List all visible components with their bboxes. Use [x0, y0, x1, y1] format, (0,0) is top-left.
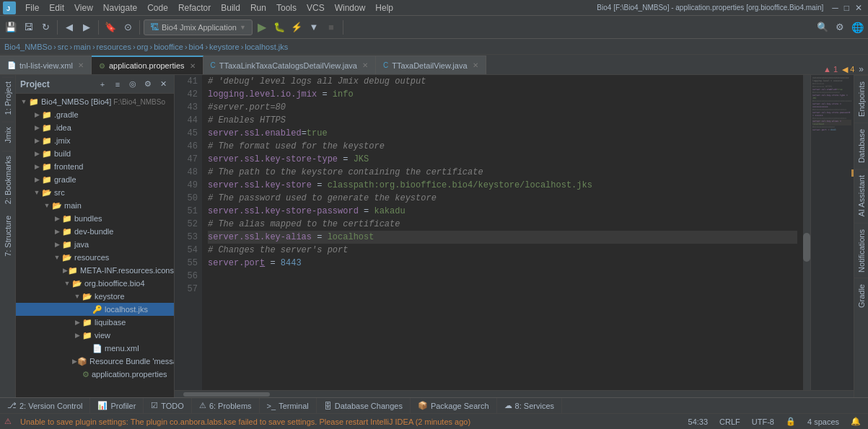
tree-item-org-bio4[interactable]: ▼ 📂 org.biooffice.bio4 [16, 277, 174, 290]
tree-item-gradle-dir[interactable]: ▶ 📁 gradle [16, 173, 174, 186]
menu-vcs[interactable]: VCS [302, 1, 330, 14]
tab-close-ttaxa-detail[interactable]: ✕ [473, 61, 478, 69]
breadcrumb-part-1[interactable]: src [58, 43, 69, 51]
tree-item-view[interactable]: ▶ 📁 view [16, 329, 174, 342]
profiler-tab[interactable]: 📊 Profiler [90, 398, 144, 414]
breadcrumb-part-0[interactable]: Bio4_NMBSo [4, 43, 52, 51]
save-button[interactable]: 💾 [3, 19, 19, 35]
menu-code[interactable]: Code [142, 1, 173, 14]
status-message[interactable]: Unable to save plugin settings: The plug… [17, 417, 473, 426]
terminal-tab[interactable]: >_ Terminal [260, 398, 317, 414]
status-line-separator[interactable]: CRLF [716, 417, 743, 426]
menu-file[interactable]: File [20, 1, 44, 14]
tree-item-bundles[interactable]: ▶ 📁 bundles [16, 212, 174, 225]
back-button[interactable]: ◀ [61, 19, 77, 35]
menu-refactor[interactable]: Refactor [173, 1, 216, 14]
close-button[interactable]: ✕ [852, 3, 865, 13]
forward-button[interactable]: ▶ [79, 19, 95, 35]
menu-navigate[interactable]: Navigate [98, 1, 142, 14]
tree-item-jmix[interactable]: ▶ 📁 .jmix [16, 134, 174, 147]
breadcrumb-part-5[interactable]: biooffice [154, 43, 183, 51]
tree-item-localhost-jks[interactable]: 🔑 localhost.jks [16, 303, 174, 316]
ai-assistant-panel-tab[interactable]: AI Assistant [854, 169, 868, 222]
services-tab[interactable]: ☁ 8: Services [497, 398, 562, 414]
add-content-button[interactable]: + [96, 78, 109, 91]
bookmark-button[interactable]: 🔖 [102, 19, 118, 35]
updates-button[interactable]: 🌐 [849, 19, 865, 35]
gradle-panel-tab[interactable]: Gradle [854, 278, 868, 314]
save-all-button[interactable]: 🖫 [20, 19, 36, 35]
scrollbar-thumb[interactable] [803, 233, 810, 262]
jmix-panel-tab[interactable]: Jmix [2, 122, 14, 148]
tree-item-idea[interactable]: ▶ 📁 .idea [16, 121, 174, 134]
tab-close-tnl[interactable]: ✕ [78, 61, 84, 69]
tree-item-java[interactable]: ▶ 📁 java [16, 238, 174, 251]
run-config-dropdown[interactable]: 🏗 Bio4 Jmix Application ▼ [144, 19, 253, 35]
tab-close-props[interactable]: ✕ [190, 62, 196, 70]
package-search-tab[interactable]: 📦 Package Search [411, 398, 497, 414]
tree-item-keystore[interactable]: ▼ 📂 keystore [16, 290, 174, 303]
maximize-button[interactable]: □ [841, 3, 852, 13]
tab-close-ttaxa-link[interactable]: ✕ [362, 61, 368, 69]
tab-ttaxa-link[interactable]: C TTaxaLinkTaxaCatalogsDetailView.java ✕ [203, 56, 376, 74]
tree-item-src[interactable]: ▼ 📂 src [16, 186, 174, 199]
menu-run[interactable]: Run [245, 1, 271, 14]
tabs-more-button[interactable]: » [859, 64, 864, 74]
menu-build[interactable]: Build [216, 1, 245, 14]
menu-edit[interactable]: Edit [44, 1, 69, 14]
tree-item-root[interactable]: ▼ 📁 Bio4_NMBSo [Bio4] F:\Bio4_NMBSo [16, 95, 174, 108]
breadcrumb-part-3[interactable]: resources [97, 43, 131, 51]
tree-item-liquibase[interactable]: ▶ 📁 liquibase [16, 316, 174, 329]
status-position[interactable]: 54:33 [685, 417, 711, 426]
breadcrumb-part-2[interactable]: main [74, 43, 91, 51]
vertical-scrollbar[interactable] [803, 75, 810, 390]
menu-view[interactable]: View [69, 1, 98, 14]
structure-panel-tab[interactable]: 7: Structure [2, 211, 14, 261]
status-encoding[interactable]: UTF-8 [749, 417, 777, 426]
horizontal-scrollbar[interactable] [175, 390, 854, 397]
tree-item-app-props[interactable]: ⚙ application.properties [16, 368, 174, 381]
menu-tools[interactable]: Tools [271, 1, 302, 14]
tree-item-resources[interactable]: ▼ 📂 resources [16, 251, 174, 264]
scroll-to-button[interactable]: ◎ [126, 78, 139, 91]
tab-tnl-list-view[interactable]: 📄 tnl-list-view.xml ✕ [0, 56, 92, 74]
more-run-options[interactable]: ▼ [306, 19, 322, 35]
tree-item-build[interactable]: ▶ 📁 build [16, 147, 174, 160]
code-text[interactable]: # 'debug' level logs all Jmix debug outp… [202, 75, 803, 390]
problems-tab[interactable]: ⚠ 6: Problems [192, 398, 260, 414]
minimize-button[interactable]: ─ [829, 3, 841, 13]
notifications-icon[interactable]: 🔔 [848, 417, 864, 426]
tree-item-dev-bundle[interactable]: ▶ 📁 dev-bundle [16, 225, 174, 238]
database-panel-tab[interactable]: Database [854, 123, 868, 169]
tree-item-main[interactable]: ▼ 📂 main [16, 199, 174, 212]
nav-button[interactable]: ⊙ [120, 19, 136, 35]
tree-item-gradle[interactable]: ▶ 📁 .gradle [16, 108, 174, 121]
tree-item-menu-xml[interactable]: 📄 menu.xml [16, 342, 174, 355]
search-everywhere-button[interactable]: 🔍 [815, 19, 830, 35]
notifications-panel-tab[interactable]: Notifications [854, 223, 868, 278]
sync-button[interactable]: ↻ [38, 19, 53, 35]
database-changes-tab[interactable]: 🗄 Database Changes [317, 398, 411, 414]
run-with-coverage[interactable]: ⚡ [289, 19, 304, 35]
debug-button[interactable]: 🐛 [271, 19, 287, 35]
menu-window[interactable]: Window [330, 1, 371, 14]
tree-item-resource-bundle[interactable]: ▶ 📦 Resource Bundle 'messages' [16, 355, 174, 368]
version-control-tab[interactable]: ⎇ 2: Version Control [0, 398, 90, 414]
menu-help[interactable]: Help [370, 1, 398, 14]
tree-item-meta-inf[interactable]: ▶ 📁 META-INF.resources.icons [16, 264, 174, 277]
project-panel-tab[interactable]: 1: Project [2, 76, 14, 119]
breadcrumb-part-4[interactable]: org [137, 43, 149, 51]
tab-ttaxa-detail[interactable]: C TTaxaDetailView.java ✕ [376, 56, 486, 74]
panel-settings-button[interactable]: ⚙ [141, 78, 154, 91]
tab-application-properties[interactable]: ⚙ application.properties ✕ [92, 56, 203, 74]
code-editor[interactable]: 41 42 43 44 45 46 47 48 49 50 51 52 53 5… [175, 75, 854, 397]
status-indent[interactable]: 4 spaces [805, 417, 842, 426]
stop-button[interactable]: ■ [323, 19, 339, 35]
breadcrumb-part-7[interactable]: keystore [209, 43, 240, 51]
endpoints-panel-tab[interactable]: Endpoints [854, 75, 868, 123]
bookmarks-panel-tab[interactable]: 2: Bookmarks [2, 151, 14, 208]
todo-tab[interactable]: ☑ TODO [144, 398, 192, 414]
tree-item-frontend[interactable]: ▶ 📁 frontend [16, 160, 174, 173]
collapse-all-button[interactable]: ≡ [111, 78, 124, 91]
settings-button[interactable]: ⚙ [832, 19, 848, 35]
